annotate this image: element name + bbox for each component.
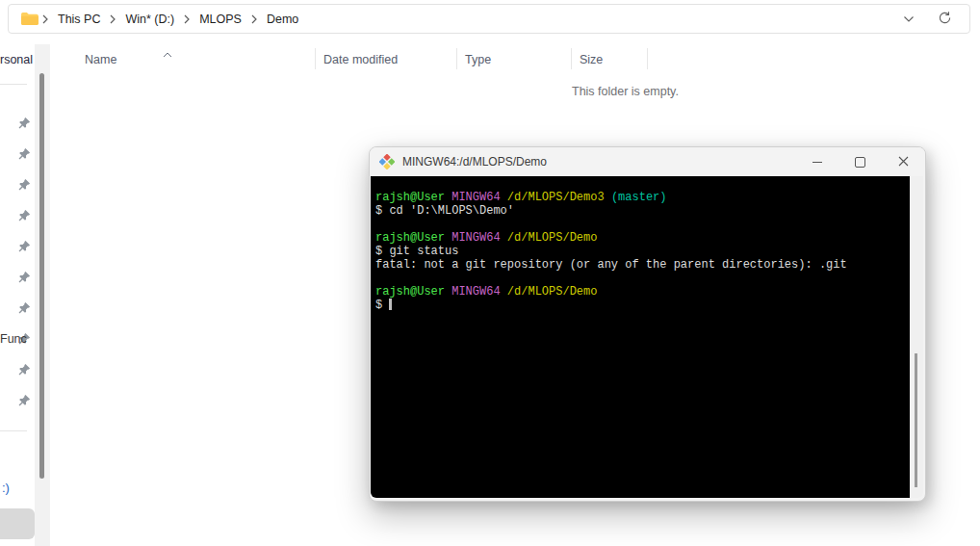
sidebar-scrollbar-thumb[interactable]: [39, 73, 44, 479]
close-button[interactable]: [882, 147, 925, 176]
column-header-name[interactable]: Name: [81, 51, 120, 68]
sidebar-divider: [0, 430, 27, 431]
column-header-size[interactable]: Size: [576, 51, 606, 68]
sidebar-scrollbar-track[interactable]: [35, 44, 50, 546]
maximize-button[interactable]: [838, 147, 882, 176]
chevron-right-icon[interactable]: [41, 14, 49, 24]
breadcrumb-item-this-pc[interactable]: This PC: [50, 9, 108, 30]
mingw64-icon: [379, 154, 395, 169]
terminal-line: [375, 272, 910, 285]
pin-icon[interactable]: [18, 271, 31, 283]
sidebar-divider: [0, 84, 27, 85]
pin-icon[interactable]: [18, 117, 31, 129]
pin-icon[interactable]: [18, 178, 31, 191]
terminal-line: $: [375, 299, 910, 312]
sidebar-pins: [18, 117, 31, 406]
pin-icon[interactable]: [18, 209, 31, 221]
terminal-content[interactable]: rajsh@User MINGW64 /d/MLOPS/Demo3 (maste…: [371, 176, 910, 498]
terminal-title: MINGW64:/d/MLOPS/Demo: [402, 155, 547, 169]
breadcrumb-item-mlops[interactable]: MLOPS: [192, 9, 249, 30]
sidebar-item-drive-fragment[interactable]: :): [2, 481, 10, 495]
empty-folder-message: This folder is empty.: [572, 85, 679, 98]
chevron-down-icon: [903, 12, 915, 26]
minimize-icon: [812, 162, 822, 163]
terminal-line: rajsh@User MINGW64 /d/MLOPS/Demo3 (maste…: [375, 191, 910, 204]
column-resize-handle[interactable]: [647, 48, 648, 69]
pin-icon[interactable]: [18, 394, 31, 406]
terminal-line: rajsh@User MINGW64 /d/MLOPS/Demo: [375, 231, 910, 245]
refresh-icon: [938, 11, 952, 28]
chevron-right-icon[interactable]: [250, 14, 258, 24]
sidebar-selected-item-fragment[interactable]: [0, 508, 35, 539]
terminal-line: [375, 218, 910, 231]
breadcrumb-item-demo[interactable]: Demo: [259, 9, 306, 30]
terminal-scrollbar-track[interactable]: [910, 176, 923, 498]
minimize-button[interactable]: [795, 147, 838, 176]
column-resize-handle[interactable]: [571, 48, 572, 69]
terminal-text: rajsh@User MINGW64 /d/MLOPS/Demo3 (maste…: [375, 191, 910, 312]
sort-ascending-icon: [163, 44, 172, 62]
terminal-line: fatal: not a git repository (or any of t…: [375, 258, 910, 272]
column-resize-handle[interactable]: [315, 48, 316, 69]
terminal-cursor: [389, 299, 392, 310]
address-bar[interactable]: This PCWin* (D:)MLOPSDemo: [8, 4, 970, 34]
terminal-line: $ git status: [375, 245, 910, 258]
refresh-button[interactable]: [936, 9, 954, 30]
pin-icon[interactable]: [18, 147, 31, 160]
terminal-titlebar[interactable]: MINGW64:/d/MLOPS/Demo: [370, 147, 925, 176]
address-dropdown-button[interactable]: [901, 10, 916, 28]
pin-icon[interactable]: [18, 301, 31, 314]
chevron-right-icon[interactable]: [109, 14, 116, 24]
column-header-date-modified[interactable]: Date modified: [320, 51, 401, 68]
column-resize-handle[interactable]: [456, 48, 457, 69]
terminal-line: rajsh@User MINGW64 /d/MLOPS/Demo: [375, 285, 910, 299]
terminal-window: MINGW64:/d/MLOPS/Demo rajsh@User MINGW64…: [369, 146, 926, 502]
close-icon: [898, 155, 909, 169]
pin-icon[interactable]: [18, 240, 31, 252]
breadcrumb: This PCWin* (D:)MLOPSDemo: [40, 9, 306, 30]
pin-icon[interactable]: [18, 363, 31, 376]
maximize-icon: [855, 157, 865, 168]
desktop: { "explorer": { "address_bar": { "breadc…: [0, 0, 980, 546]
sidebar-item-personal-fragment[interactable]: rsonal: [0, 53, 33, 66]
folder-icon: [20, 12, 39, 26]
chevron-right-icon[interactable]: [183, 14, 191, 24]
column-header-type[interactable]: Type: [461, 51, 495, 68]
terminal-scrollbar-thumb[interactable]: [915, 353, 917, 487]
terminal-line: $ cd 'D:\MLOPS\Demo': [375, 204, 910, 218]
breadcrumb-item-win-d-[interactable]: Win* (D:): [117, 9, 182, 30]
sidebar-item-func-fragment[interactable]: Func: [0, 332, 27, 346]
